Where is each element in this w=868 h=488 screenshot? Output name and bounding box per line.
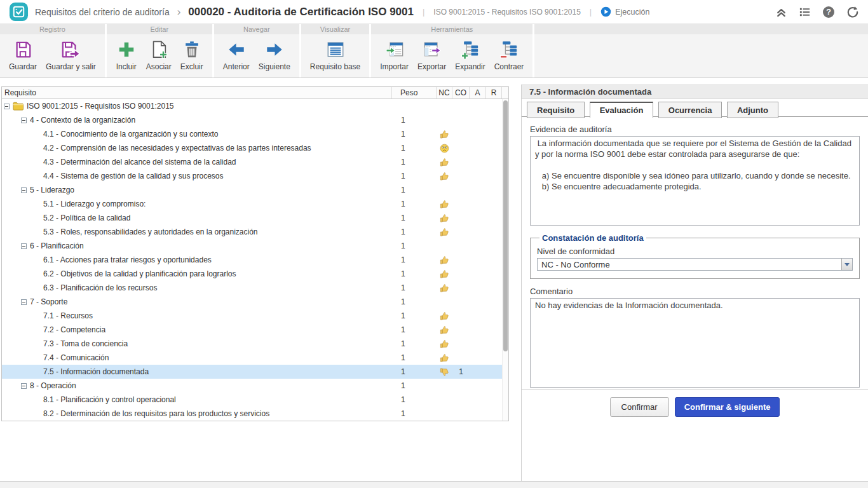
app-logo-icon [9, 2, 29, 22]
toolbar-button-importar[interactable]: Importar [376, 37, 412, 72]
toolbar-button-exportar[interactable]: Exportar [414, 37, 450, 72]
toolbar-button-contraer[interactable]: Contraer [491, 37, 528, 72]
tree-row-7-1-recursos[interactable]: 7.1 - Recursos 1 [2, 309, 502, 323]
collapse-expander-icon[interactable] [21, 299, 27, 305]
collapse-expander-icon[interactable] [21, 383, 27, 389]
toolbar-button-guardar-y-salir[interactable]: Guardar y salir [42, 37, 100, 72]
chevron-down-icon[interactable] [841, 259, 852, 270]
svg-text:?: ? [826, 8, 831, 17]
peso-value: 1 [392, 214, 437, 222]
tree-row-8-2-determinacion-de-los-requisitos-para[interactable]: 8.2 - Determinación de los requisitos pa… [2, 407, 502, 421]
evidence-textarea[interactable]: La información documentada que se requie… [530, 136, 860, 226]
constatacion-fieldset: Constatación de auditoría Nivel de confo… [530, 233, 860, 279]
tree-scrollbar-thumb[interactable] [503, 100, 508, 351]
tree-row-label: 5 - Liderazgo [30, 186, 74, 194]
nc-status-cell [437, 325, 452, 335]
tree-row-5-3-roles-responsabilidades-y-autoridade[interactable]: 5.3 - Roles, responsabilidades y autorid… [2, 225, 502, 239]
collapse-expander-icon[interactable] [4, 104, 10, 109]
toolbar-group-label: Herramientas [371, 24, 532, 34]
tree-row-label: ISO 9001:2015 - Requisitos ISO 9001:2015 [27, 102, 174, 111]
breadcrumb-chevron-icon: › [177, 6, 181, 18]
document-plus-icon [149, 38, 168, 61]
peso-value: 1 [392, 367, 437, 376]
breadcrumb-section[interactable]: Requisitos del criterio de auditoría [35, 7, 170, 17]
thumbs-up-icon [440, 227, 449, 237]
comment-textarea[interactable]: No hay evidencias de la Información docu… [530, 298, 860, 388]
nc-status-cell [437, 311, 452, 321]
thumbs-up-icon [440, 339, 449, 349]
evaluation-detail-panel: 7.5 - Información documentada Requisito … [522, 85, 868, 481]
detail-panel-title: 7.5 - Información documentada [522, 85, 868, 99]
evidence-label: Evidencia de auditoría [530, 125, 860, 134]
tab-evaluacion[interactable]: Evaluación [590, 102, 654, 118]
thumbs-up-icon [440, 269, 449, 279]
comment-label: Comentario [530, 287, 860, 296]
collapse-expander-icon[interactable] [21, 243, 27, 249]
thumbs-up-icon [440, 158, 449, 167]
tree-row-label: 8 - Operación [30, 381, 76, 390]
tree-row-5-liderazgo[interactable]: 5 - Liderazgo 1 [2, 183, 502, 197]
column-header-requisito: Requisito [2, 87, 392, 98]
thumbs-up-icon [440, 214, 449, 223]
save-exit-icon [60, 38, 81, 61]
import-icon [385, 38, 404, 61]
tree-row-4-4-sistema-de-gestion-de-la-calidad-y-s[interactable]: 4.4 - Sistema de gestión de la calidad y… [2, 169, 502, 183]
collapse-expander-icon[interactable] [21, 187, 27, 193]
tree-row-label: 6.3 - Planificación de los recursos [43, 283, 157, 292]
tree-row-4-3-determinacion-del-alcance-del-sistem[interactable]: 4.3 - Determinación del alcance del sist… [2, 155, 502, 169]
tree-row-7-4-comunicacion[interactable]: 7.4 - Comunicación 1 [2, 351, 502, 365]
toolbar-button-expandir[interactable]: Expandir [451, 37, 489, 72]
tree-row-7-2-competencia[interactable]: 7.2 - Competencia 1 [2, 323, 502, 337]
tree-row-4-contexto-de-la-organizacion[interactable]: 4 - Contexto de la organización 1 [2, 113, 502, 127]
toolbar-button-incluir[interactable]: Incluir [112, 37, 141, 72]
tree-row-iso-9001-2015-requisitos-iso-9001-2015[interactable]: ISO 9001:2015 - Requisitos ISO 9001:2015 [2, 99, 502, 113]
tree-row-label: 6 - Planificación [30, 241, 84, 250]
thumbs-up-icon [440, 130, 449, 139]
tree-row-6-2-objetivos-de-la-calidad-y-planificac[interactable]: 6.2 - Objetivos de la calidad y planific… [2, 267, 502, 281]
list-view-icon[interactable] [799, 6, 811, 18]
tree-row-7-5-informacion-documentada[interactable]: 7.5 - Información documentada 1 1 [2, 365, 502, 379]
toolbar-button-guardar[interactable]: Guardar [5, 37, 41, 72]
base-requirement-icon [326, 38, 345, 61]
tab-requisito[interactable]: Requisito [527, 102, 585, 118]
tree-scrollbar[interactable] [502, 99, 508, 421]
tree-row-8-1-planificacion-y-control-operacional[interactable]: 8.1 - Planificación y control operaciona… [2, 393, 502, 407]
tree-row-label: 6.2 - Objetivos de la calidad y planific… [43, 269, 236, 278]
tree-row-8-operacion[interactable]: 8 - Operación 1 [2, 379, 502, 393]
nc-status-cell [437, 158, 452, 167]
help-icon[interactable]: ? [822, 6, 835, 18]
column-header-co: CO [452, 87, 470, 98]
toolbar-group-label: Navegar [214, 24, 299, 34]
peso-value: 1 [392, 269, 437, 278]
collapse-expander-icon[interactable] [21, 118, 27, 123]
confirm-button[interactable]: Confirmar [610, 397, 669, 417]
toolbar-button-requisito-base[interactable]: Requisito base [306, 37, 364, 72]
tree-row-7-3-toma-de-conciencia[interactable]: 7.3 - Toma de conciencia 1 [2, 337, 502, 351]
nc-status-cell [437, 255, 452, 265]
tab-ocurrencia[interactable]: Ocurrencia [658, 102, 722, 118]
toolbar-filler [534, 24, 868, 78]
collapse-top-icon[interactable] [775, 6, 787, 18]
tree-row-7-soporte[interactable]: 7 - Soporte 1 [2, 295, 502, 309]
toolbar-button-anterior[interactable]: Anterior [219, 37, 254, 72]
tree-row-5-2-politica-de-la-calidad[interactable]: 5.2 - Política de la calidad 1 [2, 211, 502, 225]
toolbar-group-buttons: Requisito base [301, 34, 369, 78]
tree-row-4-2-comprension-de-las-necesidades-y-exp[interactable]: 4.2 - Comprensión de las necesidades y e… [2, 141, 502, 155]
save-icon [13, 38, 32, 61]
toolbar-button-excluir[interactable]: Excluir [177, 37, 207, 72]
column-header-r: R [486, 87, 502, 98]
toolbar-button-asociar[interactable]: Asociar [142, 37, 175, 72]
tree-row-6-3-planificacion-de-los-recursos[interactable]: 6.3 - Planificación de los recursos 1 [2, 281, 502, 295]
refresh-icon[interactable] [846, 6, 859, 18]
conformity-level-select[interactable]: NC - No Conforme [537, 258, 853, 271]
toolbar-button-siguiente[interactable]: Siguiente [255, 37, 294, 72]
tree-row-label: 7.3 - Toma de conciencia [43, 339, 128, 348]
tree-row-4-1-conocimiento-de-la-organizacion-y-su[interactable]: 4.1 - Conocimiento de la organización y … [2, 127, 502, 141]
tree-row-6-planificacion[interactable]: 6 - Planificación 1 [2, 239, 502, 253]
column-header-nc: NC [437, 87, 452, 98]
confirm-button-bar: Confirmar Confirmar & siguiente [522, 390, 868, 417]
tree-row-5-1-liderazgo-y-compromiso[interactable]: 5.1 - Liderazgo y compromiso: 1 [2, 197, 502, 211]
tree-row-6-1-acciones-para-tratar-riesgos-y-oport[interactable]: 6.1 - Acciones para tratar riesgos y opo… [2, 253, 502, 267]
tab-adjunto[interactable]: Adjunto [727, 102, 778, 118]
confirm-next-button[interactable]: Confirmar & siguiente [675, 397, 780, 417]
